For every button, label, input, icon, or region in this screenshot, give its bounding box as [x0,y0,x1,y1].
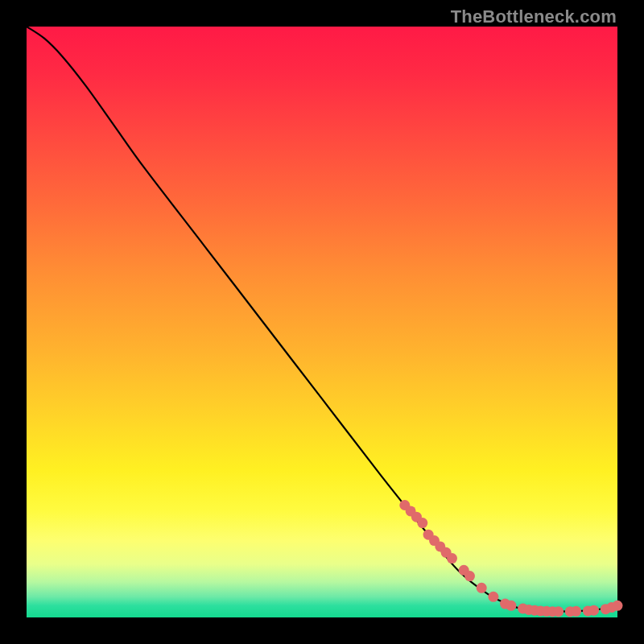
plot-area [27,27,617,617]
data-marker [613,601,623,611]
bottleneck-curve [27,27,617,612]
data-marker [553,606,564,617]
source-watermark: TheBottleneck.com [451,6,617,27]
data-marker [488,592,498,602]
marker-group [399,500,622,617]
data-marker [477,583,487,593]
data-marker [417,518,427,528]
data-marker [588,605,599,616]
data-marker [447,553,457,564]
chart-svg [27,27,617,617]
data-marker [464,571,475,581]
data-marker [506,601,516,611]
chart-frame: TheBottleneck.com [0,0,644,644]
data-marker [571,606,581,617]
